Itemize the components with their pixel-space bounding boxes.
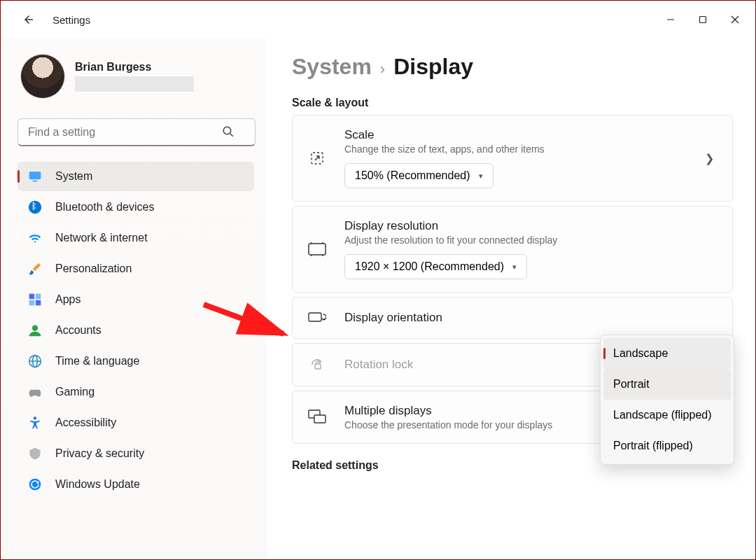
avatar xyxy=(20,54,65,99)
card-title: Display resolution xyxy=(344,219,718,233)
sidebar-item-label: Network & internet xyxy=(55,232,148,244)
svg-rect-11 xyxy=(29,300,35,306)
scale-select[interactable]: 150% (Recommended) ▾ xyxy=(344,163,493,188)
maximize-icon xyxy=(699,15,707,24)
sidebar-item-personalization[interactable]: Personalization xyxy=(18,254,254,284)
gamepad-icon xyxy=(27,384,43,400)
orientation-option-landscape[interactable]: Landscape xyxy=(603,338,731,369)
sidebar-item-label: Accessibility xyxy=(55,416,116,429)
sidebar: Brian Burgess System Bluetooth & devices… xyxy=(1,38,267,559)
card-title: Display orientation xyxy=(344,311,718,325)
svg-rect-6 xyxy=(29,172,41,179)
shield-icon xyxy=(27,446,43,461)
sidebar-item-apps[interactable]: Apps xyxy=(18,285,254,314)
scale-value: 150% (Recommended) xyxy=(355,169,470,182)
svg-rect-21 xyxy=(309,313,321,321)
rotation-lock-icon xyxy=(307,356,328,373)
globe-icon xyxy=(27,354,43,369)
sidebar-nav: System Bluetooth & devices Network & int… xyxy=(18,162,254,499)
svg-point-4 xyxy=(223,127,231,134)
wifi-icon xyxy=(27,230,43,246)
sidebar-item-accessibility[interactable]: Accessibility xyxy=(18,408,254,438)
monitor-icon xyxy=(27,169,43,184)
resolution-value: 1920 × 1200 (Recommended) xyxy=(355,260,504,273)
chevron-down-icon: ▾ xyxy=(512,262,517,272)
section-title-scale-layout: Scale & layout xyxy=(292,97,733,115)
breadcrumb-current: Display xyxy=(393,54,473,80)
card-orientation[interactable]: Display orientation xyxy=(292,297,733,339)
sidebar-item-network[interactable]: Network & internet xyxy=(18,223,254,253)
svg-rect-9 xyxy=(29,294,35,300)
user-block[interactable]: Brian Burgess xyxy=(18,47,254,111)
main-content: System › Display Scale & layout Scale Ch… xyxy=(267,38,755,559)
search-input[interactable] xyxy=(18,118,255,146)
brush-icon xyxy=(27,261,43,276)
sidebar-item-label: Accounts xyxy=(55,324,102,337)
card-title: Scale xyxy=(344,128,688,142)
svg-rect-10 xyxy=(36,294,41,300)
sidebar-item-label: Privacy & security xyxy=(55,447,144,460)
sidebar-item-label: Windows Update xyxy=(55,478,140,491)
sidebar-item-accounts[interactable]: Accounts xyxy=(18,316,254,345)
user-name: Brian Burgess xyxy=(75,61,194,74)
accessibility-icon xyxy=(27,415,43,430)
sidebar-item-label: Bluetooth & devices xyxy=(55,201,154,214)
sidebar-item-time-language[interactable]: Time & language xyxy=(18,346,254,376)
card-description: Change the size of text, apps, and other… xyxy=(344,144,688,155)
close-button[interactable] xyxy=(719,6,751,34)
card-resolution[interactable]: Display resolution Adjust the resolution… xyxy=(292,206,733,293)
resolution-icon xyxy=(307,241,328,258)
sidebar-item-label: System xyxy=(55,170,92,183)
multiple-displays-icon xyxy=(307,410,328,425)
close-icon xyxy=(731,15,739,24)
scale-icon xyxy=(307,150,328,167)
sidebar-item-label: Apps xyxy=(55,293,80,306)
apps-icon xyxy=(27,292,43,307)
svg-rect-20 xyxy=(309,244,326,255)
minimize-icon xyxy=(666,15,675,24)
svg-rect-7 xyxy=(33,181,38,182)
svg-rect-24 xyxy=(314,415,326,423)
breadcrumb: System › Display xyxy=(292,48,733,97)
sidebar-item-windows-update[interactable]: Windows Update xyxy=(18,470,254,499)
sidebar-item-label: Gaming xyxy=(55,386,94,398)
sidebar-item-bluetooth[interactable]: Bluetooth & devices xyxy=(18,192,254,222)
breadcrumb-parent[interactable]: System xyxy=(292,54,372,80)
card-scale[interactable]: Scale Change the size of text, apps, and… xyxy=(292,115,733,202)
card-description: Adjust the resolution to fit your connec… xyxy=(344,234,718,246)
bluetooth-icon xyxy=(27,200,43,215)
sidebar-item-system[interactable]: System xyxy=(18,162,254,191)
search-container xyxy=(18,118,254,146)
resolution-select[interactable]: 1920 × 1200 (Recommended) ▾ xyxy=(344,254,527,279)
svg-point-13 xyxy=(32,326,38,331)
sidebar-item-gaming[interactable]: Gaming xyxy=(18,377,254,407)
person-icon xyxy=(27,323,43,338)
maximize-button[interactable] xyxy=(687,6,719,34)
minimize-button[interactable] xyxy=(654,6,687,34)
orientation-dropdown: Landscape Portrait Landscape (flipped) P… xyxy=(600,335,734,465)
orientation-option-portrait[interactable]: Portrait xyxy=(603,369,731,400)
svg-line-5 xyxy=(230,133,233,136)
svg-point-17 xyxy=(34,416,36,419)
search-icon xyxy=(222,125,234,138)
sidebar-item-label: Time & language xyxy=(55,355,139,368)
sidebar-item-privacy[interactable]: Privacy & security xyxy=(18,439,254,468)
chevron-right-icon[interactable]: ❯ xyxy=(705,152,718,165)
back-arrow-icon xyxy=(22,13,35,26)
svg-rect-22 xyxy=(315,364,321,369)
chevron-right-icon: › xyxy=(380,60,385,78)
title-bar: Settings xyxy=(1,1,755,38)
sidebar-item-label: Personalization xyxy=(55,262,132,275)
svg-rect-1 xyxy=(700,17,706,23)
window-title: Settings xyxy=(52,14,90,26)
update-icon xyxy=(27,477,43,492)
orientation-icon xyxy=(307,310,328,326)
orientation-option-portrait-flipped[interactable]: Portrait (flipped) xyxy=(603,430,731,461)
orientation-option-landscape-flipped[interactable]: Landscape (flipped) xyxy=(603,400,731,430)
svg-rect-12 xyxy=(36,300,41,306)
back-button[interactable] xyxy=(15,6,43,34)
chevron-down-icon: ▾ xyxy=(479,172,483,181)
user-email-redacted xyxy=(75,76,194,92)
